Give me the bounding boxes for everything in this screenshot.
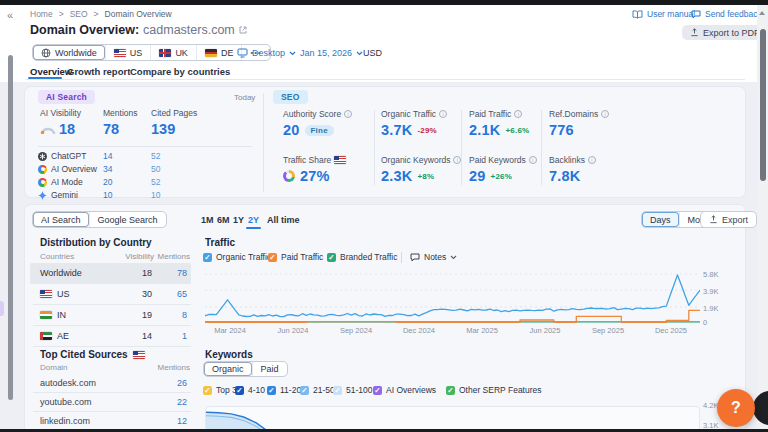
notes-dropdown[interactable]: Notes — [410, 252, 457, 262]
info-icon[interactable] — [439, 110, 447, 118]
legend-paid-traffic[interactable]: Paid Traffic — [268, 252, 323, 262]
country-mentions[interactable]: 78 — [157, 268, 187, 278]
active-range-underline — [246, 227, 261, 229]
legend-branded-traffic[interactable]: Branded Traffic — [327, 252, 398, 262]
checkbox-21-50[interactable] — [300, 386, 309, 395]
col-mentions[interactable]: Mentions — [154, 363, 190, 372]
ai-row-mentions[interactable]: 20 — [103, 177, 151, 187]
currency-selector[interactable]: USD — [363, 48, 382, 58]
send-feedback-link[interactable]: Send feedback — [691, 9, 762, 19]
scroll-up-icon[interactable] — [759, 11, 765, 15]
range-2y[interactable]: 2Y — [248, 215, 259, 225]
source-domain[interactable]: youtube.com — [40, 397, 157, 407]
region-worldwide[interactable]: Worldwide — [33, 45, 105, 60]
country-row-ae[interactable]: AE 14 1 — [33, 326, 191, 347]
ai-row-cited[interactable]: 10 — [151, 190, 211, 200]
source-mentions[interactable]: 26 — [157, 378, 187, 388]
col-mentions[interactable]: Mentions — [154, 252, 190, 261]
date-selector[interactable]: Jan 15, 2026 — [300, 48, 363, 58]
source-domain[interactable]: linkedin.com — [40, 416, 157, 426]
source-row[interactable]: youtube.com 22 — [33, 393, 191, 412]
device-selector[interactable]: Desktop — [237, 48, 296, 58]
toggle-organic[interactable]: Organic — [204, 362, 252, 376]
help-button[interactable]: ? — [717, 389, 755, 427]
right-scrollbar[interactable] — [757, 5, 768, 429]
ai-row-mentions[interactable]: 14 — [103, 151, 151, 161]
col-visibility[interactable]: Visibility — [116, 252, 154, 261]
source-mentions[interactable]: 12 — [157, 416, 187, 426]
info-icon[interactable] — [601, 110, 609, 118]
google-icon — [38, 165, 47, 174]
toggle-paid[interactable]: Paid — [252, 362, 287, 376]
ai-row-cited[interactable]: 52 — [151, 151, 211, 161]
legend-top3[interactable]: Top 3 — [203, 385, 237, 395]
country-row-in[interactable]: IN 19 8 — [33, 305, 191, 326]
region-de[interactable]: DE — [196, 45, 242, 60]
range-6m[interactable]: 6M — [217, 215, 230, 225]
sidebar-collapse-icon[interactable]: « — [7, 9, 13, 21]
legend-other-serp[interactable]: Other SERP Features — [446, 385, 542, 395]
checkbox-organic-traffic[interactable] — [203, 253, 212, 262]
source-domain[interactable]: autodesk.com — [40, 378, 157, 388]
user-manual-link[interactable]: User manual — [632, 9, 695, 19]
left-scrollbar-thumb[interactable] — [8, 55, 13, 400]
export-button[interactable]: Export — [700, 211, 757, 228]
metric-value[interactable]: 2.1K — [469, 122, 500, 138]
info-icon[interactable] — [529, 156, 537, 164]
metric-value[interactable]: 29 — [469, 168, 486, 184]
ai-row-mentions[interactable]: 34 — [103, 164, 151, 174]
source-row[interactable]: autodesk.com 26 — [33, 374, 191, 393]
breadcrumb-home[interactable]: Home — [30, 9, 53, 19]
range-all-time[interactable]: All time — [267, 215, 300, 225]
external-link-icon[interactable] — [239, 26, 247, 34]
info-icon[interactable] — [514, 110, 522, 118]
toggle-google-search[interactable]: Google Search — [89, 212, 166, 227]
region-us[interactable]: US — [105, 45, 151, 60]
ai-row-cited[interactable]: 52 — [151, 177, 211, 187]
metric-value[interactable]: 2.3K — [381, 168, 412, 184]
legend-ai-overviews[interactable]: AI Overviews — [373, 385, 436, 395]
info-icon[interactable] — [588, 156, 596, 164]
legend-51-100[interactable]: 51-100 — [333, 385, 372, 395]
granularity-days[interactable]: Days — [642, 212, 679, 227]
checkbox-top3[interactable] — [203, 386, 212, 395]
legend-11-20[interactable]: 11-20 — [267, 385, 301, 395]
col-countries[interactable]: Countries — [40, 252, 116, 261]
country-row-worldwide[interactable]: Worldwide 18 78 — [30, 263, 191, 284]
checkbox-11-20[interactable] — [267, 386, 276, 395]
region-uk[interactable]: UK — [150, 45, 196, 60]
checkbox-51-100[interactable] — [333, 386, 342, 395]
checkbox-4-10[interactable] — [235, 386, 244, 395]
legend-organic-traffic[interactable]: Organic Traffic — [203, 252, 271, 262]
country-mentions[interactable]: 8 — [157, 310, 187, 320]
tab-overview[interactable]: Overview — [30, 66, 72, 77]
country-mentions[interactable]: 1 — [157, 331, 187, 341]
tab-compare-by-countries[interactable]: Compare by countries — [130, 66, 230, 77]
ai-row-mentions[interactable]: 10 — [103, 190, 151, 200]
metric-organic-traffic: Organic Traffic 3.7K-29% — [381, 109, 447, 138]
toggle-ai-search[interactable]: AI Search — [33, 212, 89, 227]
metric-value[interactable]: 776 — [549, 122, 574, 138]
breadcrumb-seo[interactable]: SEO — [70, 9, 88, 19]
range-1y[interactable]: 1Y — [233, 215, 244, 225]
checkbox-paid-traffic[interactable] — [268, 253, 277, 262]
ai-row-cited[interactable]: 50 — [151, 164, 211, 174]
export-pdf-button[interactable]: Export to PDF — [682, 25, 768, 40]
checkbox-branded-traffic[interactable] — [327, 253, 336, 262]
send-feedback-label: Send feedback — [705, 9, 762, 19]
checkbox-other-serp[interactable] — [446, 386, 455, 395]
right-scrollbar-thumb[interactable] — [760, 29, 766, 181]
source-mentions[interactable]: 22 — [157, 397, 187, 407]
info-icon[interactable] — [344, 110, 352, 118]
legend-21-50[interactable]: 21-50 — [300, 385, 335, 395]
info-icon[interactable] — [453, 156, 461, 164]
range-1m[interactable]: 1M — [201, 215, 214, 225]
col-domain[interactable]: Domain — [40, 363, 154, 372]
country-mentions[interactable]: 65 — [157, 289, 187, 299]
legend-4-10[interactable]: 4-10 — [235, 385, 265, 395]
checkbox-ai-overviews[interactable] — [373, 386, 382, 395]
tab-growth-report[interactable]: Growth report — [67, 66, 130, 77]
metric-value[interactable]: 3.7K — [381, 122, 412, 138]
country-row-us[interactable]: US 30 65 — [33, 284, 191, 305]
metric-value[interactable]: 7.8K — [549, 168, 580, 184]
